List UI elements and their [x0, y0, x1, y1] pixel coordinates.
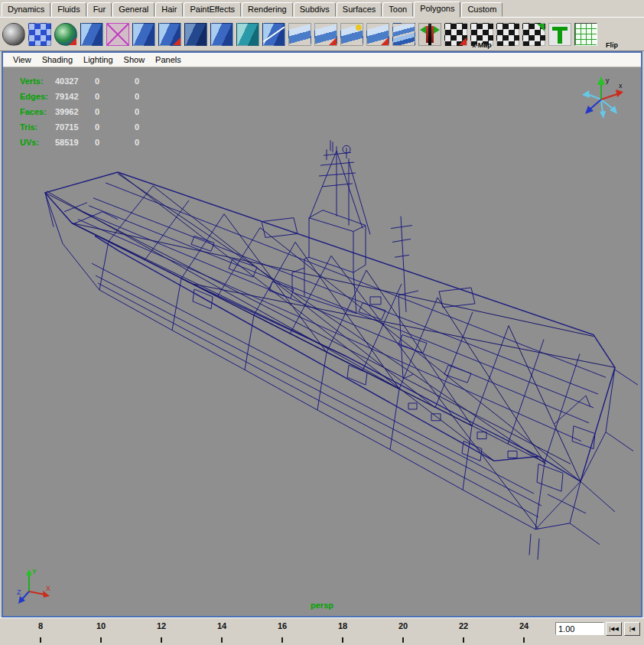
hud-value: 0 [95, 77, 135, 86]
shelf-button-uv-map[interactable]: x Map [470, 21, 494, 48]
frame-tick [402, 637, 404, 643]
tab-polygons[interactable]: Polygons [414, 2, 460, 18]
go-to-start-button[interactable]: |◀◀ [606, 622, 622, 636]
frame-label: 22 [459, 621, 468, 630]
shelf-button-duplicate-face[interactable] [392, 21, 416, 48]
perspective-viewport-panel[interactable]: View Shading Lighting Show Panels [2, 51, 642, 617]
mirror-geometry-icon [288, 23, 311, 46]
menu-lighting[interactable]: Lighting [78, 54, 119, 65]
smooth-icon [54, 23, 77, 46]
shelf-button-extrude-face[interactable] [158, 21, 182, 48]
maya-app-window: Dynamics Fluids Fur General Hair PaintEf… [0, 0, 644, 645]
shelf-button-extrude[interactable] [132, 21, 156, 48]
shelf-button-bevel[interactable] [236, 21, 260, 48]
shelf-button-combine[interactable] [184, 21, 208, 48]
shelf-button-flip-edge[interactable] [366, 21, 390, 48]
move-uv-icon [522, 23, 545, 46]
hud-value: 0 [135, 122, 165, 132]
camera-name-label: persp [311, 601, 333, 610]
tab-dynamics[interactable]: Dynamics [2, 2, 50, 17]
hud-label: Tris: [20, 122, 55, 132]
uv-map-caption: x Map [472, 41, 492, 49]
hud-value: 0 [135, 77, 165, 86]
step-back-button[interactable]: |◀ [624, 622, 640, 636]
shelf-button-checker-map[interactable] [444, 21, 468, 48]
tab-painteffects[interactable]: PaintEffects [184, 2, 241, 17]
tab-subdivs[interactable]: Subdivs [294, 2, 336, 17]
hud-value: 0 [135, 107, 165, 116]
tab-hair[interactable]: Hair [155, 2, 183, 17]
origin-z-label: Z [17, 588, 21, 596]
tab-surfaces[interactable]: Surfaces [337, 2, 382, 17]
hud-label: Faces: [20, 107, 55, 116]
current-time-field[interactable] [555, 622, 604, 635]
frame-label: 18 [338, 621, 347, 630]
shelf-button-subdiv-proxy[interactable] [28, 21, 52, 48]
hud-row-uvs: UVs: 58519 0 0 [20, 135, 165, 150]
hud-label: Verts: [20, 77, 55, 86]
shelf-button-poly-cube[interactable] [80, 21, 104, 48]
extrude-icon [132, 23, 155, 46]
frame-label: 16 [278, 621, 287, 630]
hud-row-faces: Faces: 39962 0 0 [20, 104, 165, 119]
hud-value: 58519 [55, 138, 95, 147]
flip-caption: Flip [606, 41, 618, 49]
shelf-button-flip[interactable]: Flip [600, 21, 624, 48]
hud-value: 0 [135, 138, 165, 147]
frame-tick [281, 637, 283, 643]
frame-tick [523, 637, 525, 643]
hud-value: 79142 [55, 92, 95, 101]
shelf-button-smooth[interactable] [54, 21, 78, 48]
shelf-button-merge[interactable] [210, 21, 234, 48]
shelf-button-texture-checker[interactable] [496, 21, 520, 48]
viewport-canvas[interactable]: Verts: 40327 0 0 Edges: 79142 0 0 Faces:… [3, 67, 641, 616]
hud-value: 0 [95, 138, 135, 147]
shelf-button-poly-sphere[interactable] [2, 21, 26, 48]
poly-sphere-icon [2, 23, 25, 46]
shelf-button-split-polygon[interactable] [314, 21, 338, 48]
hud-row-tris: Tris: 70715 0 0 [20, 119, 165, 135]
combine-icon [184, 23, 207, 46]
hud-value: 0 [95, 92, 135, 101]
hud-value: 70715 [55, 122, 95, 132]
uv-grid-icon [574, 23, 597, 46]
bevel-icon [236, 23, 259, 46]
tab-general[interactable]: General [112, 2, 154, 17]
shelf-button-move-uv[interactable] [522, 21, 546, 48]
shelf-button-mirror[interactable] [288, 21, 312, 48]
menu-view[interactable]: View [8, 54, 37, 65]
shelf-button-append-polygon[interactable] [340, 21, 364, 48]
panel-menu-bar: View Shading Lighting Show Panels [3, 53, 641, 67]
gizmo-x-label: x [619, 82, 623, 90]
menu-panels[interactable]: Panels [150, 54, 187, 65]
frame-tick [342, 637, 343, 643]
menu-show[interactable]: Show [119, 54, 151, 65]
view-axis-gizmo-icon: y x [577, 73, 626, 122]
shelf-tab-bar: Dynamics Fluids Fur General Hair PaintEf… [0, 0, 644, 18]
subdiv-proxy-icon [28, 23, 51, 46]
tab-fur[interactable]: Fur [87, 2, 112, 17]
time-slider[interactable]: 8 10 12 14 16 18 20 22 24 |◀◀ |◀ [0, 617, 644, 645]
poly-cube-icon [80, 23, 103, 46]
tab-fluids[interactable]: Fluids [51, 2, 86, 17]
shelf-button-wire-cube[interactable] [106, 21, 130, 48]
hud-row-verts: Verts: 40327 0 0 [20, 73, 165, 89]
menu-shading[interactable]: Shading [37, 54, 78, 65]
tab-rendering[interactable]: Rendering [242, 2, 293, 17]
hud-value: 40327 [55, 77, 95, 86]
shelf-button-uv-grid[interactable] [574, 21, 598, 48]
tab-custom[interactable]: Custom [461, 2, 503, 17]
hud-label: UVs: [20, 138, 55, 147]
frame-label: 10 [96, 621, 106, 630]
frame-tick [463, 637, 464, 643]
frame-tick [100, 637, 102, 643]
frame-label: 24 [519, 621, 529, 630]
cut-faces-icon [262, 23, 285, 46]
shelf-button-create-text[interactable] [548, 21, 572, 48]
hud-value: 0 [95, 107, 135, 116]
create-text-icon [548, 23, 571, 46]
flip-edge-icon [366, 23, 389, 46]
tab-toon[interactable]: Toon [382, 2, 413, 17]
shelf-button-sculpt[interactable] [418, 21, 442, 48]
shelf-button-cut-faces[interactable] [262, 21, 286, 48]
